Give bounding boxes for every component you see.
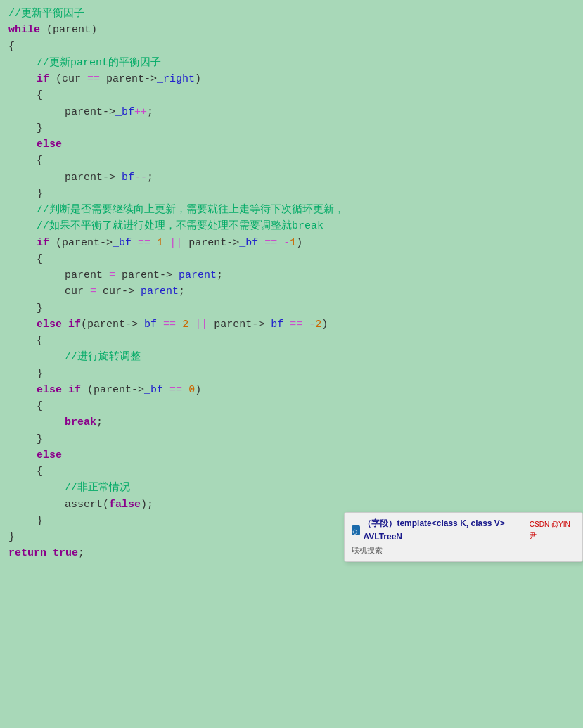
- tooltip-box: （字段）template<class K, class V> AVLTreeN …: [344, 512, 583, 561]
- ident-token: _right: [157, 71, 195, 87]
- num-token: 0: [188, 382, 195, 398]
- code-line: //非正常情况: [8, 480, 583, 496]
- code-line: else if (parent->_bf == 0): [8, 382, 583, 398]
- code-lines: //更新平衡因子while (parent){//更新parent的平衡因子if…: [8, 6, 583, 562]
- plain-token: [62, 317, 68, 333]
- op-token: ==: [264, 235, 277, 251]
- plain-token: [277, 235, 283, 251]
- plain-token: [163, 235, 169, 251]
- plain-token: parent->: [100, 71, 157, 87]
- ident-token: _bf: [138, 317, 157, 333]
- code-line: {: [8, 464, 583, 480]
- code-line: }: [8, 120, 583, 136]
- ident-token: _bf: [115, 170, 134, 186]
- plain-token: (parent): [40, 22, 97, 38]
- code-line: parent->_bf++;: [8, 104, 583, 120]
- code-line: else: [8, 447, 583, 464]
- code-line: parent->_bf--;: [8, 170, 583, 186]
- plain-token: parent->: [65, 104, 115, 120]
- plain-token: );: [141, 497, 153, 513]
- punc-token: }: [37, 300, 43, 317]
- cm-token: //非正常情况: [65, 480, 130, 496]
- plain-token: [283, 317, 290, 333]
- plain-token: parent: [65, 267, 109, 283]
- plain-token: (cur: [49, 71, 87, 87]
- tooltip-sub: 联机搜索: [352, 544, 575, 556]
- plain-token: parent->: [115, 267, 172, 283]
- op-token: ==: [290, 317, 302, 333]
- op-token: ||: [169, 235, 182, 251]
- code-line: {: [8, 153, 583, 169]
- code-block: //更新平衡因子while (parent){//更新parent的平衡因子if…: [0, 0, 583, 568]
- plain-token: parent->: [65, 170, 115, 186]
- code-line: }: [8, 366, 583, 382]
- tooltip-title: （字段）template<class K, class V> AVLTreeN: [363, 517, 525, 543]
- code-line: {: [8, 398, 583, 414]
- op-token: -: [283, 235, 290, 251]
- plain-token: [132, 235, 138, 251]
- kw-token: if: [37, 235, 49, 251]
- kw-token: break: [65, 414, 96, 430]
- num-token: 1: [157, 235, 163, 251]
- code-line: while (parent): [8, 22, 583, 38]
- punc-token: {: [37, 333, 43, 349]
- cm-token: //判断是否需要继续向上更新，需要就往上走等待下次循环更新，: [37, 202, 345, 218]
- op-token: ==: [163, 317, 176, 333]
- code-line: cur = cur->_parent;: [8, 283, 583, 300]
- ident-token: _bf: [115, 104, 134, 120]
- code-line: break;: [8, 414, 583, 430]
- plain-token: (parent->: [81, 382, 144, 398]
- code-line: {: [8, 87, 583, 103]
- code-line: {: [8, 251, 583, 267]
- code-line: }: [8, 431, 583, 447]
- tooltip-icon: [352, 525, 360, 535]
- code-line: parent = parent->_parent;: [8, 267, 583, 283]
- punc-token: }: [37, 431, 43, 447]
- kw-token: if: [37, 71, 49, 87]
- punc-token: }: [37, 186, 43, 202]
- plain-token: [62, 382, 68, 398]
- code-line: assert(false);: [8, 497, 583, 513]
- plain-token: (parent->: [81, 317, 138, 333]
- code-line: //更新平衡因子: [8, 6, 583, 22]
- plain-token: [302, 317, 309, 333]
- plain-token: parent->: [182, 235, 239, 251]
- plain-token: cur: [65, 283, 90, 300]
- code-line: else if(parent->_bf == 2 || parent->_bf …: [8, 317, 583, 333]
- code-line: }: [8, 300, 583, 317]
- plain-token: [157, 317, 163, 333]
- ident-token: _parent: [172, 267, 217, 283]
- code-line: else: [8, 136, 583, 153]
- plain-token: (parent->: [49, 235, 113, 251]
- plain-token: assert(: [65, 497, 109, 513]
- plain-token: [258, 235, 264, 251]
- kw-false-token: true: [53, 545, 78, 561]
- punc-token: ;: [147, 104, 153, 120]
- op-token: ++: [134, 104, 147, 120]
- plain-token: [182, 382, 188, 398]
- cm-token: //更新parent的平衡因子: [37, 55, 161, 71]
- num-token: 2: [182, 317, 188, 333]
- cm-token: //更新平衡因子: [8, 6, 84, 22]
- op-token: ==: [87, 71, 100, 87]
- cm-token: //如果不平衡了就进行处理，不需要处理不需要调整就break: [37, 218, 323, 234]
- ident-token: _bf: [239, 235, 258, 251]
- ident-token: _bf: [144, 382, 163, 398]
- ident-token: _bf: [113, 235, 132, 251]
- code-line: //判断是否需要继续向上更新，需要就往上走等待下次循环更新，: [8, 202, 583, 218]
- punc-token: }: [8, 529, 15, 545]
- punc-token: {: [8, 39, 15, 55]
- punc-token: ;: [96, 414, 103, 430]
- op-token: ==: [138, 235, 150, 251]
- plain-token: [176, 317, 182, 333]
- op-token: ||: [195, 317, 207, 333]
- punc-token: ;: [179, 283, 185, 300]
- ident-token: _bf: [264, 317, 283, 333]
- code-line: if (parent->_bf == 1 || parent->_bf == -…: [8, 235, 583, 251]
- plain-token: ): [195, 382, 201, 398]
- num-token: 1: [290, 235, 296, 251]
- punc-token: {: [37, 464, 43, 480]
- plain-token: [163, 382, 169, 398]
- op-token: =: [109, 267, 115, 283]
- plain-token: [46, 545, 53, 561]
